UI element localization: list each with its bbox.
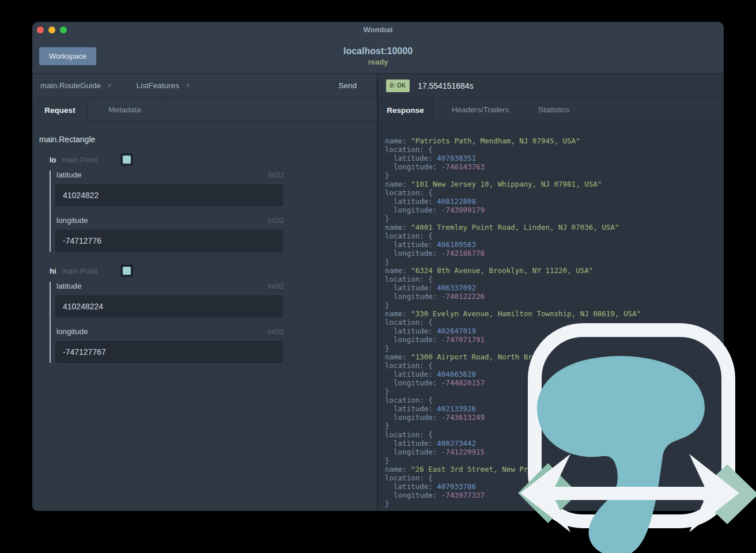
request-tabs: Request Metadata xyxy=(32,98,377,122)
field-group-lo: lo main.Point latitude int32 longitude i… xyxy=(50,153,370,252)
response-line: latitude: 406109563 xyxy=(385,240,724,249)
response-line: latitude: 407033786 xyxy=(385,482,724,491)
response-line: name: "4001 Tremley Point Road, Linden, … xyxy=(385,223,724,232)
group-name: hi xyxy=(50,267,56,275)
field-group-hi: hi main.Point latitude int32 longitude i… xyxy=(50,264,370,363)
group-fields: latitude int32 longitude int32 xyxy=(50,282,370,363)
response-line: longitude: -743613249 xyxy=(385,413,724,422)
response-line: longitude: -741220915 xyxy=(385,448,724,456)
field-type: int32 xyxy=(268,171,284,179)
latitude-input[interactable] xyxy=(55,184,283,206)
request-toolbar: main.RouteGuide ▾ ListFeatures ▾ Send xyxy=(32,74,377,98)
response-line: longitude: -746143763 xyxy=(385,162,724,171)
response-line: location: { xyxy=(385,145,724,154)
latitude-input[interactable] xyxy=(55,296,283,317)
group-fields: latitude int32 longitude int32 xyxy=(50,171,370,252)
tab-statistics[interactable]: Statistics xyxy=(529,98,579,122)
response-panel: 0: OK 17.554151684s Response Headers/Tra… xyxy=(378,74,724,511)
response-line: latitude: 408122808 xyxy=(385,197,724,206)
tab-response[interactable]: Response xyxy=(378,98,433,122)
response-line: location: { xyxy=(385,318,724,327)
response-line: } xyxy=(385,301,724,309)
response-line: latitude: 400273442 xyxy=(385,439,724,448)
field-label-row: latitude int32 xyxy=(56,171,284,179)
response-line: } xyxy=(385,456,724,465)
response-line: location: { xyxy=(385,232,724,240)
tab-metadata[interactable]: Metadata xyxy=(88,98,162,122)
chevron-down-icon[interactable]: ▾ xyxy=(108,82,111,89)
response-tabs: Response Headers/Trailers Statistics xyxy=(378,98,724,122)
field-label: latitude xyxy=(56,282,82,290)
field-label-row: longitude int32 xyxy=(56,327,284,336)
response-line: name: "Patriots Path, Mendham, NJ 07945,… xyxy=(385,137,724,145)
response-line: } xyxy=(385,499,724,508)
response-line: location: { xyxy=(385,188,724,197)
response-line: location: { xyxy=(385,430,724,439)
tab-request[interactable]: Request xyxy=(32,98,88,122)
window-title: Wombat xyxy=(32,25,724,34)
group-header: hi main.Point xyxy=(50,264,370,277)
field-label-row: longitude int32 xyxy=(56,216,284,225)
server-address: localhost:10000 xyxy=(32,46,724,56)
response-line: name: "1300 Airport Road, North Br xyxy=(385,353,724,361)
response-line: location: { xyxy=(385,275,724,283)
response-line: location: { xyxy=(385,361,724,370)
response-line: latitude: 404663628 xyxy=(385,370,724,378)
response-line: longitude: -740122226 xyxy=(385,292,724,301)
chevron-down-icon[interactable]: ▾ xyxy=(186,82,190,89)
request-form: main.Rectangle lo main.Point latitude in… xyxy=(32,122,377,511)
response-line: name: "26 East 3rd Street, New Pr xyxy=(385,465,724,474)
response-line: latitude: 402133926 xyxy=(385,404,724,413)
message-type-label: main.Rectangle xyxy=(39,135,370,144)
field-label: longitude xyxy=(56,216,88,225)
field-label-row: latitude int32 xyxy=(56,282,284,290)
response-line: longitude: -743999179 xyxy=(385,206,724,214)
response-line: location: { xyxy=(385,474,724,482)
status-badge: 0: OK xyxy=(386,79,410,92)
tab-headers-trailers[interactable]: Headers/Trailers xyxy=(443,98,518,122)
connection-status: ready xyxy=(32,58,724,66)
group-type: main.Point xyxy=(62,156,97,164)
checkbox-fill xyxy=(123,267,131,275)
method-select[interactable]: ListFeatures xyxy=(137,81,179,90)
service-select[interactable]: main.RouteGuide xyxy=(40,81,101,90)
response-line: latitude: 407838351 xyxy=(385,154,724,162)
response-line: name: "330 Evelyn Avenue, Hamilton Towns… xyxy=(385,309,724,318)
response-line: longitude: -743977337 xyxy=(385,491,724,499)
request-duration: 17.554151684s xyxy=(418,81,474,90)
field-label: longitude xyxy=(56,327,88,336)
group-name: lo xyxy=(50,156,56,164)
response-line: longitude: -747071791 xyxy=(385,335,724,344)
longitude-input[interactable] xyxy=(55,230,283,252)
field-type: int32 xyxy=(268,216,284,225)
response-line: } xyxy=(385,214,724,223)
response-line: name: "101 New Jersey 10, Whippany, NJ 0… xyxy=(385,180,724,188)
response-line: } xyxy=(385,422,724,430)
response-line: longitude: -744820157 xyxy=(385,378,724,387)
group-header: lo main.Point xyxy=(50,153,370,166)
response-line: } xyxy=(385,171,724,180)
field-label: latitude xyxy=(56,171,82,179)
request-panel: main.RouteGuide ▾ ListFeatures ▾ Send Re… xyxy=(32,74,378,511)
send-button[interactable]: Send xyxy=(338,81,357,90)
main-area: main.RouteGuide ▾ ListFeatures ▾ Send Re… xyxy=(32,74,724,511)
response-body[interactable]: name: "Patriots Path, Mendham, NJ 07945,… xyxy=(378,122,724,511)
response-line: name: "6324 8th Avenue, Brooklyn, NY 112… xyxy=(385,266,724,275)
response-line: } xyxy=(385,257,724,266)
group-type: main.Point xyxy=(62,267,97,275)
response-toolbar: 0: OK 17.554151684s xyxy=(378,74,724,98)
longitude-input[interactable] xyxy=(55,341,283,363)
enable-checkbox[interactable] xyxy=(120,264,133,277)
response-line: } xyxy=(385,344,724,353)
field-type: int32 xyxy=(268,282,284,290)
response-line: longitude: -742186778 xyxy=(385,249,724,257)
response-line: latitude: 402647019 xyxy=(385,327,724,335)
response-line: location: { xyxy=(385,396,724,404)
enable-checkbox[interactable] xyxy=(120,153,133,166)
response-line: latitude: 406337092 xyxy=(385,283,724,292)
response-line: } xyxy=(385,387,724,396)
window-header: Wombat Workspace localhost:10000 ready xyxy=(32,22,724,74)
checkbox-fill xyxy=(123,156,131,164)
field-type: int32 xyxy=(268,327,284,336)
app-window: Wombat Workspace localhost:10000 ready m… xyxy=(32,22,724,511)
